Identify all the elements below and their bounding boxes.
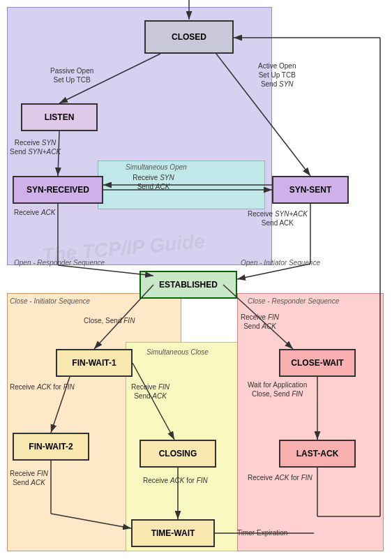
label-recv-ack: Receive ACK bbox=[14, 208, 55, 217]
label-open-responder: Open - Responder Sequence bbox=[14, 258, 105, 267]
syn-received-label: SYN-RECEIVED bbox=[27, 185, 89, 195]
state-time-wait: TIME-WAIT bbox=[131, 519, 215, 547]
tcp-state-diagram: The TCP/IP Guide CLOSED LISTEN SYN-RECEI… bbox=[0, 0, 392, 559]
label-recv-fin-send-ack-right: Receive FINSend ACK bbox=[241, 313, 279, 331]
state-closing: CLOSING bbox=[140, 440, 216, 468]
closing-label: CLOSING bbox=[159, 449, 197, 459]
label-timer-expiration: Timer Expiration bbox=[237, 528, 287, 537]
label-recv-syn-send-synack: Receive SYNSend SYN+ACK bbox=[10, 138, 61, 156]
state-established: ESTABLISHED bbox=[140, 271, 237, 299]
label-recv-fin-send-ack-mid: Receive FINSend ACK bbox=[131, 382, 169, 401]
state-fin-wait-2: FIN-WAIT-2 bbox=[13, 433, 89, 461]
label-simultaneous-open: Simultaneous Open bbox=[126, 163, 187, 172]
last-ack-label: LAST-ACK bbox=[296, 449, 339, 459]
label-recv-syn-send-ack: Receive SYNSend ACK bbox=[115, 173, 192, 191]
time-wait-label: TIME-WAIT bbox=[151, 528, 195, 538]
bg-close-responder bbox=[237, 293, 384, 551]
syn-sent-label: SYN-SENT bbox=[289, 185, 332, 195]
established-label: ESTABLISHED bbox=[159, 280, 218, 290]
closed-label: CLOSED bbox=[172, 32, 206, 42]
label-recv-ack-for-fin-left: Receive ACK for FIN bbox=[10, 382, 75, 392]
label-simultaneous-close: Simultaneous Close bbox=[146, 348, 209, 357]
label-close-responder: Close - Responder Sequence bbox=[248, 297, 339, 306]
state-fin-wait-1: FIN-WAIT-1 bbox=[56, 349, 133, 377]
state-close-wait: CLOSE-WAIT bbox=[279, 349, 356, 377]
label-recv-ack-for-fin-lastack: Receive ACK for FIN bbox=[248, 473, 312, 482]
state-syn-sent: SYN-SENT bbox=[272, 176, 349, 204]
label-recv-synack-send-ack: Receive SYN+ACKSend ACK bbox=[248, 209, 308, 228]
state-last-ack: LAST-ACK bbox=[279, 440, 356, 468]
close-wait-label: CLOSE-WAIT bbox=[291, 358, 343, 368]
state-closed: CLOSED bbox=[144, 20, 234, 54]
label-open-initiator: Open - Initiator Sequence bbox=[241, 258, 320, 267]
fin-wait-1-label: FIN-WAIT-1 bbox=[72, 358, 116, 368]
fin-wait-2-label: FIN-WAIT-2 bbox=[29, 442, 73, 452]
label-wait-app-close: Wait for ApplicationClose, Send FIN bbox=[248, 380, 307, 398]
label-close-send-fin: Close, Send FIN bbox=[84, 316, 135, 325]
listen-label: LISTEN bbox=[45, 112, 75, 122]
label-recv-fin-send-ack-fw2: Receive FINSend ACK bbox=[10, 469, 48, 487]
state-listen: LISTEN bbox=[21, 103, 98, 131]
state-syn-received: SYN-RECEIVED bbox=[13, 176, 103, 204]
label-passive-open: Passive OpenSet Up TCB bbox=[50, 66, 93, 84]
label-close-initiator: Close - Initiator Sequence bbox=[10, 297, 90, 306]
label-active-open: Active OpenSet Up TCBSend SYN bbox=[258, 61, 296, 89]
label-recv-ack-for-fin-closing: Receive ACK for FIN bbox=[143, 476, 208, 485]
